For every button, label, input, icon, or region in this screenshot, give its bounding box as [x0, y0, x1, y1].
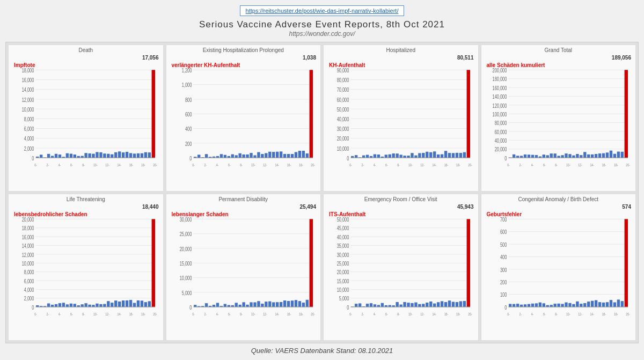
- chart-title-emergency-room: Emergency Room / Office Visit: [327, 196, 475, 203]
- svg-rect-33: [84, 153, 87, 158]
- svg-text:18-: 18-: [456, 312, 460, 316]
- svg-text:16-: 16-: [602, 312, 606, 316]
- svg-rect-79: [197, 155, 200, 158]
- svg-text:120,000: 120,000: [492, 102, 507, 109]
- svg-text:0-: 0-: [192, 163, 195, 167]
- svg-rect-298: [126, 300, 128, 307]
- svg-text:14,000: 14,000: [22, 243, 34, 249]
- svg-rect-35: [92, 154, 94, 158]
- svg-rect-96: [261, 154, 264, 158]
- svg-rect-357: [287, 301, 289, 307]
- svg-rect-484: [605, 302, 608, 307]
- svg-rect-305: [152, 219, 155, 307]
- svg-rect-281: [62, 303, 65, 307]
- svg-text:16,000: 16,000: [22, 233, 34, 240]
- svg-rect-411: [399, 305, 402, 307]
- svg-text:0-: 0-: [349, 163, 352, 167]
- svg-rect-301: [137, 300, 140, 307]
- svg-text:70,000: 70,000: [337, 86, 349, 93]
- svg-rect-356: [283, 300, 286, 307]
- chart-title-death: Death: [12, 47, 160, 54]
- svg-rect-463: [527, 304, 530, 307]
- svg-rect-36: [96, 152, 98, 158]
- svg-text:10-: 10-: [566, 163, 570, 167]
- svg-text:2,000: 2,000: [24, 145, 34, 152]
- svg-rect-361: [302, 303, 304, 307]
- svg-text:0-: 0-: [192, 312, 195, 316]
- svg-rect-234: [605, 152, 608, 158]
- svg-text:40,000: 40,000: [494, 137, 507, 144]
- svg-text:200: 200: [185, 140, 191, 147]
- svg-text:8-: 8-: [397, 312, 400, 316]
- svg-rect-228: [583, 152, 586, 158]
- svg-text:16-: 16-: [129, 312, 134, 316]
- svg-rect-413: [407, 303, 409, 307]
- main-title: Serious Vaccine Adverse Event Reports, 8…: [199, 19, 445, 30]
- svg-rect-417: [422, 304, 425, 307]
- svg-rect-347: [250, 302, 252, 307]
- svg-rect-40: [111, 155, 113, 158]
- svg-text:0: 0: [32, 155, 34, 161]
- svg-rect-427: [459, 301, 462, 307]
- svg-text:8-: 8-: [555, 312, 558, 316]
- svg-rect-416: [418, 304, 421, 307]
- svg-rect-239: [624, 70, 627, 158]
- svg-text:16-: 16-: [444, 163, 449, 167]
- svg-rect-418: [426, 303, 428, 307]
- svg-rect-169: [452, 153, 455, 158]
- svg-text:12-: 12-: [105, 163, 109, 167]
- svg-rect-165: [437, 155, 440, 158]
- svg-rect-226: [576, 154, 579, 158]
- chart-label-existing-hosp: verlängerter KH-Aufenthalt: [172, 62, 240, 68]
- svg-rect-161: [422, 153, 425, 158]
- chart-title-grand-total: Grand Total: [485, 47, 633, 54]
- svg-rect-229: [587, 155, 590, 158]
- svg-text:0-: 0-: [34, 163, 37, 167]
- svg-text:2-: 2-: [519, 312, 522, 316]
- svg-rect-419: [429, 302, 432, 307]
- svg-rect-412: [403, 302, 406, 307]
- svg-rect-293: [107, 301, 109, 307]
- svg-rect-97: [265, 153, 267, 158]
- svg-rect-429: [467, 219, 470, 307]
- svg-rect-338: [216, 303, 218, 307]
- url-bar[interactable]: https://reitschuster.de/post/wie-das-imp…: [240, 5, 405, 16]
- chart-svg-grand-total: 200,000180,000160,000140,000120,000100,0…: [485, 55, 633, 190]
- svg-text:10-: 10-: [93, 312, 98, 316]
- svg-text:12-: 12-: [263, 312, 267, 316]
- svg-text:8,000: 8,000: [24, 116, 34, 123]
- svg-text:10-: 10-: [93, 163, 98, 167]
- chart-label-permanent-disability: lebenslanger Schaden: [172, 211, 229, 217]
- svg-rect-348: [253, 302, 256, 307]
- svg-text:0: 0: [504, 304, 507, 311]
- svg-text:6-: 6-: [543, 312, 545, 316]
- svg-text:16-: 16-: [287, 312, 291, 316]
- svg-text:6,000: 6,000: [24, 126, 34, 133]
- svg-text:6-: 6-: [228, 163, 230, 167]
- svg-text:0: 0: [189, 155, 192, 161]
- svg-rect-209: [512, 155, 515, 158]
- svg-text:4-: 4-: [531, 312, 533, 316]
- svg-text:6,000: 6,000: [24, 277, 34, 284]
- svg-rect-287: [84, 303, 87, 307]
- svg-text:50,000: 50,000: [337, 106, 349, 113]
- svg-text:20-: 20-: [468, 312, 472, 316]
- svg-text:14-: 14-: [275, 163, 279, 167]
- svg-rect-231: [594, 154, 597, 158]
- chart-value-hospitalized: 80,511: [457, 55, 474, 61]
- svg-rect-358: [290, 300, 293, 307]
- svg-rect-104: [290, 154, 293, 158]
- svg-rect-479: [587, 302, 590, 307]
- chart-title-hospitalized: Hospitalized: [327, 47, 475, 54]
- svg-text:20,000: 20,000: [494, 146, 507, 153]
- svg-rect-51: [152, 70, 155, 158]
- svg-rect-294: [111, 303, 113, 307]
- svg-rect-280: [58, 303, 61, 307]
- svg-rect-146: [366, 155, 369, 158]
- chart-grand-total: Grand Total189,056alle Schäden kumuliert…: [481, 45, 636, 192]
- svg-rect-414: [411, 303, 413, 307]
- chart-life-threatening: Life Threatening18,440lebensbedrohlicher…: [8, 194, 164, 341]
- svg-rect-459: [512, 304, 515, 307]
- svg-text:20-: 20-: [311, 163, 315, 167]
- svg-text:10-: 10-: [251, 163, 255, 167]
